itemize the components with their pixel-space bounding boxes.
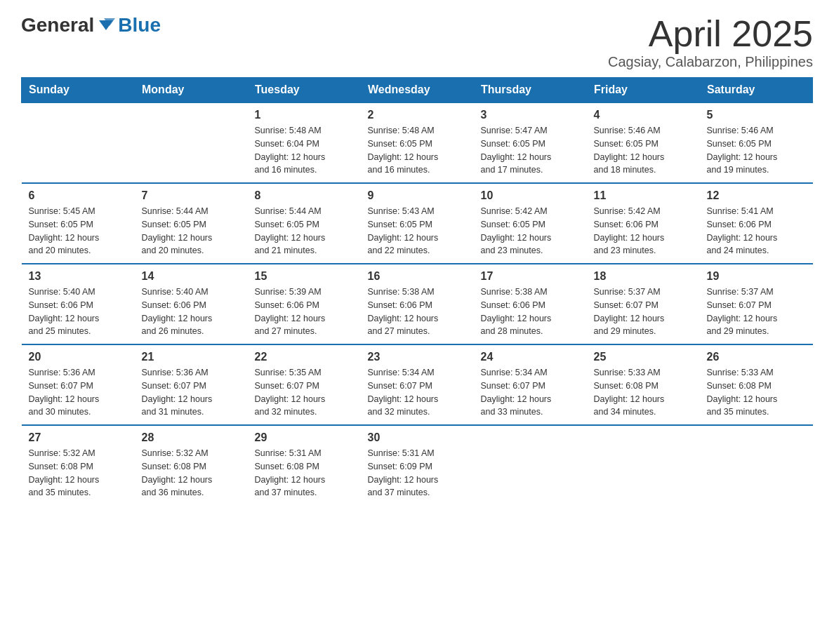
day-info: Sunrise: 5:33 AMSunset: 6:08 PMDaylight:…	[594, 366, 693, 419]
day-info: Sunrise: 5:47 AMSunset: 6:05 PMDaylight:…	[481, 124, 580, 177]
day-info: Sunrise: 5:31 AMSunset: 6:08 PMDaylight:…	[255, 447, 354, 499]
calendar-cell: 18Sunrise: 5:37 AMSunset: 6:07 PMDayligh…	[587, 264, 700, 344]
calendar-cell: 20Sunrise: 5:36 AMSunset: 6:07 PMDayligh…	[22, 344, 135, 425]
day-info: Sunrise: 5:40 AMSunset: 6:06 PMDaylight:…	[142, 286, 241, 338]
calendar-cell: 21Sunrise: 5:36 AMSunset: 6:07 PMDayligh…	[135, 344, 248, 425]
day-info: Sunrise: 5:39 AMSunset: 6:06 PMDaylight:…	[255, 286, 354, 338]
calendar-cell	[135, 102, 248, 183]
day-info: Sunrise: 5:38 AMSunset: 6:06 PMDaylight:…	[368, 286, 467, 338]
weekday-header-friday: Friday	[587, 78, 700, 103]
calendar-cell	[587, 425, 700, 505]
calendar-week-5: 27Sunrise: 5:32 AMSunset: 6:08 PMDayligh…	[22, 425, 813, 505]
calendar-cell: 4Sunrise: 5:46 AMSunset: 6:05 PMDaylight…	[587, 102, 700, 183]
logo-icon	[95, 15, 117, 36]
day-number: 28	[142, 431, 241, 444]
calendar-week-2: 6Sunrise: 5:45 AMSunset: 6:05 PMDaylight…	[22, 183, 813, 264]
day-info: Sunrise: 5:31 AMSunset: 6:09 PMDaylight:…	[368, 447, 467, 499]
calendar-cell: 11Sunrise: 5:42 AMSunset: 6:06 PMDayligh…	[587, 183, 700, 264]
calendar-cell: 14Sunrise: 5:40 AMSunset: 6:06 PMDayligh…	[135, 264, 248, 344]
day-info: Sunrise: 5:35 AMSunset: 6:07 PMDaylight:…	[255, 366, 354, 419]
day-number: 19	[707, 270, 806, 283]
day-number: 22	[255, 351, 354, 363]
weekday-header-monday: Monday	[135, 78, 248, 103]
calendar-week-3: 13Sunrise: 5:40 AMSunset: 6:06 PMDayligh…	[22, 264, 813, 344]
day-info: Sunrise: 5:34 AMSunset: 6:07 PMDaylight:…	[481, 366, 580, 419]
calendar-cell: 2Sunrise: 5:48 AMSunset: 6:05 PMDaylight…	[361, 102, 474, 183]
day-number: 24	[481, 351, 580, 363]
day-number: 3	[481, 109, 580, 121]
calendar-cell: 23Sunrise: 5:34 AMSunset: 6:07 PMDayligh…	[361, 344, 474, 425]
weekday-header-row: SundayMondayTuesdayWednesdayThursdayFrid…	[22, 78, 813, 103]
day-number: 10	[481, 189, 580, 202]
day-number: 5	[707, 109, 806, 121]
day-number: 17	[481, 270, 580, 283]
day-number: 26	[707, 351, 806, 363]
calendar-title: April 2025	[608, 14, 813, 54]
day-info: Sunrise: 5:36 AMSunset: 6:07 PMDaylight:…	[142, 366, 241, 419]
day-info: Sunrise: 5:37 AMSunset: 6:07 PMDaylight:…	[707, 286, 806, 338]
calendar-cell	[22, 102, 135, 183]
calendar-week-1: 1Sunrise: 5:48 AMSunset: 6:04 PMDaylight…	[22, 102, 813, 183]
calendar-cell: 30Sunrise: 5:31 AMSunset: 6:09 PMDayligh…	[361, 425, 474, 505]
day-info: Sunrise: 5:36 AMSunset: 6:07 PMDaylight:…	[29, 366, 128, 419]
logo-text-general: General	[21, 14, 94, 36]
day-info: Sunrise: 5:43 AMSunset: 6:05 PMDaylight:…	[368, 205, 467, 257]
day-info: Sunrise: 5:34 AMSunset: 6:07 PMDaylight:…	[368, 366, 467, 419]
day-number: 6	[29, 189, 128, 202]
calendar-cell: 10Sunrise: 5:42 AMSunset: 6:05 PMDayligh…	[474, 183, 587, 264]
day-number: 29	[255, 431, 354, 444]
day-number: 16	[368, 270, 467, 283]
calendar-cell: 12Sunrise: 5:41 AMSunset: 6:06 PMDayligh…	[700, 183, 813, 264]
calendar-cell: 6Sunrise: 5:45 AMSunset: 6:05 PMDaylight…	[22, 183, 135, 264]
day-number: 7	[142, 189, 241, 202]
weekday-header-thursday: Thursday	[474, 78, 587, 103]
calendar-cell: 13Sunrise: 5:40 AMSunset: 6:06 PMDayligh…	[22, 264, 135, 344]
day-info: Sunrise: 5:40 AMSunset: 6:06 PMDaylight:…	[29, 286, 128, 338]
day-info: Sunrise: 5:32 AMSunset: 6:08 PMDaylight:…	[142, 447, 241, 499]
page-header: General Blue April 2025 Cagsiay, Calabar…	[21, 14, 813, 70]
calendar-cell: 8Sunrise: 5:44 AMSunset: 6:05 PMDaylight…	[248, 183, 361, 264]
calendar-cell: 15Sunrise: 5:39 AMSunset: 6:06 PMDayligh…	[248, 264, 361, 344]
day-info: Sunrise: 5:41 AMSunset: 6:06 PMDaylight:…	[707, 205, 806, 257]
day-info: Sunrise: 5:46 AMSunset: 6:05 PMDaylight:…	[594, 124, 693, 177]
day-info: Sunrise: 5:45 AMSunset: 6:05 PMDaylight:…	[29, 205, 128, 257]
calendar-cell: 28Sunrise: 5:32 AMSunset: 6:08 PMDayligh…	[135, 425, 248, 505]
day-info: Sunrise: 5:42 AMSunset: 6:05 PMDaylight:…	[481, 205, 580, 257]
day-info: Sunrise: 5:33 AMSunset: 6:08 PMDaylight:…	[707, 366, 806, 419]
day-number: 27	[29, 431, 128, 444]
day-number: 13	[29, 270, 128, 283]
weekday-header-saturday: Saturday	[700, 78, 813, 103]
day-number: 18	[594, 270, 693, 283]
weekday-header-wednesday: Wednesday	[361, 78, 474, 103]
calendar-cell: 7Sunrise: 5:44 AMSunset: 6:05 PMDaylight…	[135, 183, 248, 264]
day-number: 15	[255, 270, 354, 283]
calendar-cell: 24Sunrise: 5:34 AMSunset: 6:07 PMDayligh…	[474, 344, 587, 425]
weekday-header-sunday: Sunday	[22, 78, 135, 103]
calendar-cell	[474, 425, 587, 505]
calendar-cell: 1Sunrise: 5:48 AMSunset: 6:04 PMDaylight…	[248, 102, 361, 183]
day-info: Sunrise: 5:44 AMSunset: 6:05 PMDaylight:…	[255, 205, 354, 257]
calendar-cell: 5Sunrise: 5:46 AMSunset: 6:05 PMDaylight…	[700, 102, 813, 183]
calendar-cell: 19Sunrise: 5:37 AMSunset: 6:07 PMDayligh…	[700, 264, 813, 344]
day-number: 25	[594, 351, 693, 363]
day-number: 9	[368, 189, 467, 202]
day-info: Sunrise: 5:37 AMSunset: 6:07 PMDaylight:…	[594, 286, 693, 338]
calendar-cell: 9Sunrise: 5:43 AMSunset: 6:05 PMDaylight…	[361, 183, 474, 264]
title-block: April 2025 Cagsiay, Calabarzon, Philippi…	[608, 14, 813, 70]
day-info: Sunrise: 5:42 AMSunset: 6:06 PMDaylight:…	[594, 205, 693, 257]
calendar-cell: 27Sunrise: 5:32 AMSunset: 6:08 PMDayligh…	[22, 425, 135, 505]
logo: General Blue	[21, 14, 161, 36]
day-number: 14	[142, 270, 241, 283]
day-number: 4	[594, 109, 693, 121]
day-number: 20	[29, 351, 128, 363]
calendar-cell	[700, 425, 813, 505]
calendar-cell: 3Sunrise: 5:47 AMSunset: 6:05 PMDaylight…	[474, 102, 587, 183]
calendar-cell: 26Sunrise: 5:33 AMSunset: 6:08 PMDayligh…	[700, 344, 813, 425]
day-info: Sunrise: 5:48 AMSunset: 6:04 PMDaylight:…	[255, 124, 354, 177]
calendar-cell: 17Sunrise: 5:38 AMSunset: 6:06 PMDayligh…	[474, 264, 587, 344]
day-number: 23	[368, 351, 467, 363]
calendar-cell: 29Sunrise: 5:31 AMSunset: 6:08 PMDayligh…	[248, 425, 361, 505]
day-number: 30	[368, 431, 467, 444]
day-number: 1	[255, 109, 354, 121]
day-number: 8	[255, 189, 354, 202]
